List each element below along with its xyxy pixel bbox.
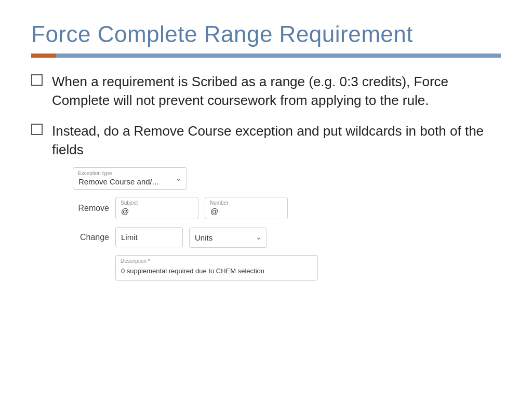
form-container: Exception type Remove Course and/... ⌄ R… [73, 167, 501, 281]
description-label: Description * [121, 258, 150, 265]
accent-blue [56, 54, 501, 58]
description-row: Description * [73, 255, 501, 281]
list-item: When a requirement is Scribed as a range… [31, 72, 501, 110]
subject-field-group: Subject [115, 197, 198, 219]
limit-input[interactable] [115, 227, 183, 247]
checkbox-icon [31, 74, 43, 86]
accent-bar [31, 54, 501, 58]
units-select-wrapper: Units ⌄ [189, 227, 267, 248]
description-field-group: Description * [115, 255, 318, 281]
subject-label: Subject [121, 200, 138, 207]
exception-type-label: Exception type [78, 170, 112, 177]
remove-row: Remove Subject Number [73, 197, 501, 219]
accent-orange [31, 54, 56, 58]
bullet-text-2: Instead, do a Remove Course exception an… [52, 123, 484, 157]
bullet-text-1: When a requirement is Scribed as a range… [52, 72, 501, 110]
number-label: Number [210, 200, 229, 207]
exception-type-wrapper: Exception type Remove Course and/... ⌄ [73, 167, 187, 190]
change-label: Change [73, 232, 109, 243]
change-row: Change Units ⌄ [73, 227, 501, 248]
units-select[interactable]: Units [189, 228, 267, 248]
remove-label: Remove [73, 203, 109, 214]
page-title: Force Complete Range Requirement [31, 21, 501, 48]
checkbox-icon [31, 124, 43, 135]
exception-type-row: Exception type Remove Course and/... ⌄ [73, 167, 501, 190]
slide: Force Complete Range Requirement When a … [0, 0, 532, 399]
bullet-list: When a requirement is Scribed as a range… [31, 72, 501, 281]
number-field-group: Number [205, 197, 288, 219]
list-item: Instead, do a Remove Course exception an… [31, 122, 501, 281]
